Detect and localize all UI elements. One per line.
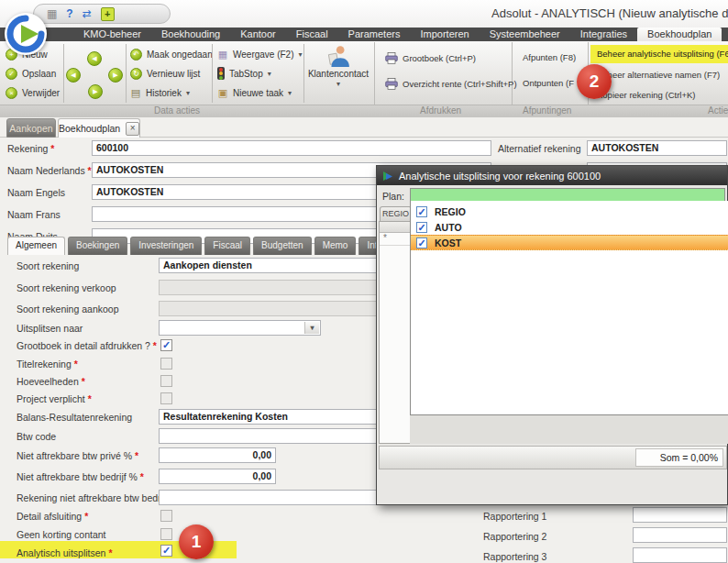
- niet-aftrekbare-btw-bedrijf-field[interactable]: 0,00: [159, 469, 276, 484]
- kopieer-rekening-button[interactable]: Kopieer rekening (Ctrl+K): [597, 90, 695, 100]
- kost-label: KOST: [435, 237, 461, 248]
- app-logo[interactable]: [4, 12, 48, 56]
- ribbon-tab-integraties[interactable]: Integraties: [570, 28, 637, 41]
- weergave-button[interactable]: ▦ Weergave (F2) ▾: [217, 46, 303, 62]
- uitsplitsen-naar-label: Uitsplitsen naar: [17, 323, 83, 334]
- titelrekening-checkbox[interactable]: ✓: [160, 358, 172, 370]
- sync-arrows-icon[interactable]: ⇄: [83, 7, 92, 20]
- ribbon-tab-kmo-beheer[interactable]: KMO-beheer: [73, 28, 151, 41]
- dialog-title: Analytische uitsplitsing voor rekening 6…: [399, 171, 601, 182]
- group-label-afpuntingen: Afpuntingen: [523, 105, 571, 116]
- alternatief-rekening-field[interactable]: AUTOKOSTEN: [587, 140, 727, 156]
- klantencontact-label: Klantencontact: [308, 69, 369, 79]
- tab-investeringen[interactable]: Investeringen: [130, 237, 202, 255]
- nav-last-button[interactable]: ▶: [88, 84, 103, 99]
- quick-access-toolbar: ▦ ? ⇄ +: [33, 4, 171, 24]
- overzicht-rente-button[interactable]: Overzicht rente (Ctrl+Shift+P): [385, 75, 517, 92]
- nieuwe-taak-button[interactable]: ▣ Nieuwe taak ▾: [217, 84, 292, 101]
- ribbon-separator: [212, 44, 213, 103]
- chevron-down-icon: ▾: [299, 50, 303, 59]
- grootboek-detail-afdrukken-checkbox[interactable]: ✓: [160, 339, 172, 351]
- step-badge-2: 2: [577, 64, 612, 99]
- close-icon[interactable]: ×: [126, 122, 139, 136]
- help-icon[interactable]: ?: [66, 7, 72, 20]
- vernieuw-lijst-button[interactable]: ↻ Vernieuw lijst: [130, 65, 200, 82]
- dialog-tab-regio[interactable]: REGIO: [380, 206, 412, 221]
- balans-resultatenrekening-label: Balans-Resultatenrekening: [17, 412, 132, 423]
- grid-new-row-marker[interactable]: *: [380, 233, 411, 246]
- soort-rekening-verkoop-label: Soort rekening verkoop: [17, 282, 116, 293]
- save-icon: ✓: [6, 68, 17, 80]
- beheer-alternatieve-namen-button[interactable]: Beheer alternatieve namen (F7): [597, 70, 720, 80]
- chevron-down-icon[interactable]: ▾: [304, 322, 319, 334]
- ribbon-tab-boekhoudplan[interactable]: Boekhoudplan: [637, 28, 722, 41]
- task-icon: ▣: [217, 87, 228, 99]
- step-badge-1: 1: [179, 524, 214, 559]
- delete-icon: ×: [6, 87, 17, 99]
- adsolut-window: ▦ ? ⇄ + Adsolut - ANALYTISCH (Nieuw anal…: [0, 0, 728, 563]
- chevron-down-icon: ▾: [288, 89, 292, 97]
- tab-budgetten[interactable]: Budgetten: [253, 237, 312, 255]
- doc-tab-aankopen[interactable]: Aankopen: [6, 118, 56, 138]
- plan-dropdown-panel: ✓ REGIO ✓ AUTO ✓ KOST: [410, 201, 728, 415]
- doc-tab-boekhoudplan[interactable]: Boekhoudplan ×: [58, 118, 140, 138]
- rapportering-2-field[interactable]: [633, 527, 727, 543]
- tabstop-label: TabStop: [229, 69, 263, 79]
- analytisch-uitsplitsen-checkbox[interactable]: ✓: [160, 545, 172, 557]
- ontpunten-button[interactable]: Ontpunten (F: [523, 78, 574, 88]
- verwijder-button[interactable]: × Verwijder: [6, 84, 60, 101]
- rapportering-1-field[interactable]: [633, 507, 727, 523]
- detail-afsluiting-checkbox[interactable]: ✓: [160, 510, 172, 522]
- som-total: Som = 0,00%: [635, 448, 723, 467]
- opslaan-button[interactable]: ✓ Opslaan: [6, 65, 56, 82]
- nav-next-button[interactable]: ▶: [108, 68, 123, 83]
- nav-previous-button[interactable]: ◀: [66, 68, 81, 83]
- maak-ongedaan-label: Maak ongedaan: [147, 50, 213, 60]
- ribbon-tab-fiscaal[interactable]: Fiscaal: [286, 28, 338, 41]
- calculator-icon[interactable]: ▦: [47, 7, 57, 20]
- project-verplicht-label: Project verplicht *: [17, 393, 92, 404]
- add-icon[interactable]: +: [101, 7, 115, 21]
- rapportering-3-field[interactable]: [633, 547, 727, 563]
- undo-icon: ↶: [130, 49, 142, 61]
- tab-memo[interactable]: Memo: [314, 237, 357, 255]
- rekening-field[interactable]: 600100: [92, 140, 491, 156]
- historiek-button[interactable]: ▤ Historiek ▾: [130, 84, 190, 101]
- geen-korting-contant-checkbox[interactable]: ✓: [160, 528, 172, 540]
- option-auto[interactable]: ✓ AUTO: [411, 219, 728, 235]
- option-kost[interactable]: ✓ KOST: [411, 235, 728, 250]
- uitsplitsen-naar-combobox[interactable]: ▾: [159, 320, 321, 336]
- ribbon-tab-systeembeheer[interactable]: Systeembeheer: [480, 28, 570, 41]
- niet-aftrekbare-btw-prive-label: Niet aftrekbare btw privé % *: [17, 450, 138, 461]
- geen-korting-contant-label: Geen korting contant: [17, 529, 105, 540]
- ribbon-group-separator: [512, 42, 513, 105]
- ribbon-tab-importeren[interactable]: Importeren: [410, 28, 479, 41]
- ribbon-tab-kantoor[interactable]: Kantoor: [230, 28, 286, 41]
- view-icon: ▦: [217, 49, 228, 61]
- option-regio[interactable]: ✓ REGIO: [411, 204, 728, 219]
- regio-checkbox[interactable]: ✓: [416, 206, 427, 217]
- dialog-title-bar[interactable]: Analytische uitsplitsing voor rekening 6…: [377, 166, 727, 185]
- auto-checkbox[interactable]: ✓: [416, 222, 427, 233]
- tab-algemeen[interactable]: Algemeen: [7, 237, 65, 255]
- dialog-side-grid[interactable]: *: [379, 221, 412, 444]
- project-verplicht-checkbox[interactable]: ✓: [160, 392, 172, 404]
- tab-boekingen[interactable]: Boekingen: [68, 237, 127, 255]
- ribbon-tab-parameters[interactable]: Parameters: [338, 28, 411, 41]
- niet-aftrekbare-btw-prive-field[interactable]: 0,00: [159, 447, 276, 463]
- analytisch-uitsplitsen-label: Analytisch uitsplitsen *: [17, 547, 112, 558]
- niet-aftrekbare-btw-bedrijf-label: Niet aftrekbare btw bedrijf % *: [17, 471, 144, 482]
- afpunten-button[interactable]: Afpunten (F8): [523, 52, 576, 62]
- klantencontact-button[interactable]: Klantencontact ▾: [305, 44, 371, 103]
- printer-icon: [385, 78, 398, 90]
- tab-fiscaal[interactable]: Fiscaal: [204, 237, 250, 255]
- kost-checkbox[interactable]: ✓: [416, 237, 427, 248]
- nav-first-button[interactable]: ◀: [87, 51, 102, 66]
- ribbon-tab-boekhouding[interactable]: Boekhouding: [151, 28, 230, 41]
- grootboek-button[interactable]: Grootboek (Ctrl+P): [385, 50, 476, 66]
- tabstop-button[interactable]: TabStop ▾: [217, 65, 271, 82]
- analytische-uitsplitsing-dialog: Analytische uitsplitsing voor rekening 6…: [376, 165, 728, 505]
- beheer-analytische-uitsplitsing-button[interactable]: Beheer analytische uitsplitsing (F6): [590, 45, 728, 63]
- hoeveelheden-checkbox[interactable]: ✓: [160, 375, 172, 387]
- maak-ongedaan-button[interactable]: ↶ Maak ongedaan: [130, 46, 213, 62]
